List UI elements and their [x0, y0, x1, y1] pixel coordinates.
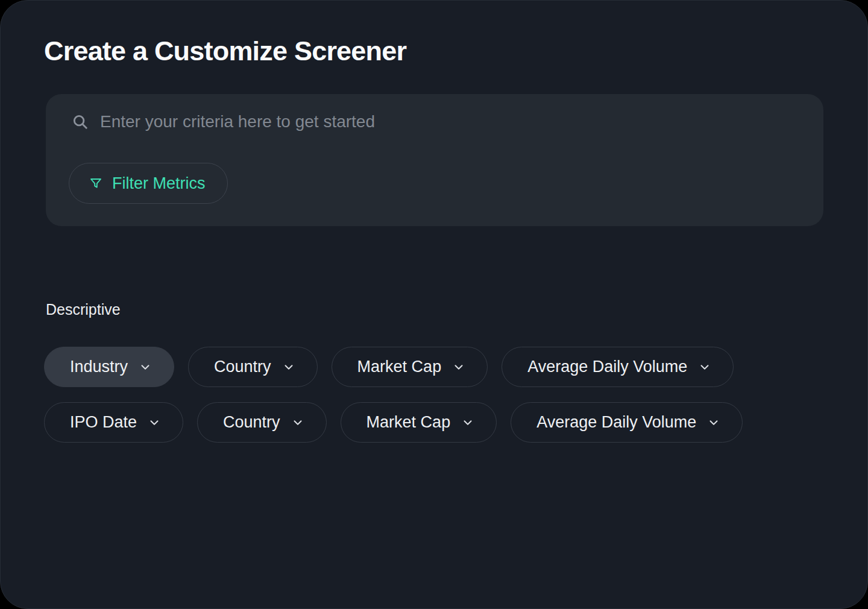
chevron-down-icon: [148, 416, 161, 429]
chevron-down-icon: [291, 416, 304, 429]
filter-pill-row-2: IPO Date Country Market Cap Average Dail…: [44, 402, 743, 443]
criteria-search-input[interactable]: [100, 112, 799, 131]
filter-pill-industry[interactable]: Industry: [44, 347, 174, 387]
filter-pill-label: IPO Date: [70, 413, 137, 432]
filter-pill-market-cap[interactable]: Market Cap: [341, 402, 497, 443]
filter-pill-label: Country: [223, 413, 280, 432]
chevron-down-icon: [282, 361, 295, 374]
chevron-down-icon: [452, 361, 465, 374]
section-label-descriptive: Descriptive: [46, 301, 121, 318]
chevron-down-icon: [707, 416, 720, 429]
filter-pill-country[interactable]: Country: [188, 347, 318, 387]
filter-pill-country[interactable]: Country: [197, 402, 327, 443]
filter-pill-label: Average Daily Volume: [536, 413, 696, 432]
chevron-down-icon: [139, 361, 152, 374]
filter-pill-label: Country: [214, 358, 271, 376]
filter-metrics-label: Filter Metrics: [112, 174, 206, 193]
chevron-down-icon: [461, 416, 474, 429]
filter-pill-label: Market Cap: [366, 413, 451, 432]
filter-funnel-icon: [89, 176, 103, 191]
filter-metrics-button[interactable]: Filter Metrics: [69, 163, 228, 204]
criteria-panel: Filter Metrics: [46, 94, 823, 226]
filter-pill-label: Market Cap: [357, 358, 442, 376]
filter-pill-average-daily-volume[interactable]: Average Daily Volume: [511, 402, 743, 443]
filter-pill-average-daily-volume[interactable]: Average Daily Volume: [502, 347, 734, 387]
filter-pill-ipo-date[interactable]: IPO Date: [44, 402, 183, 443]
filter-pill-label: Average Daily Volume: [527, 358, 687, 376]
chevron-down-icon: [698, 361, 711, 374]
page-title: Create a Customize Screener: [44, 36, 406, 67]
search-icon: [71, 113, 89, 131]
filter-pill-row-1: Industry Country Market Cap Average Dail…: [44, 347, 734, 387]
search-row: [71, 111, 799, 133]
filter-pill-market-cap[interactable]: Market Cap: [332, 347, 488, 387]
screener-window: Create a Customize Screener Filter Metri…: [0, 0, 868, 609]
filter-pill-label: Industry: [70, 358, 128, 376]
